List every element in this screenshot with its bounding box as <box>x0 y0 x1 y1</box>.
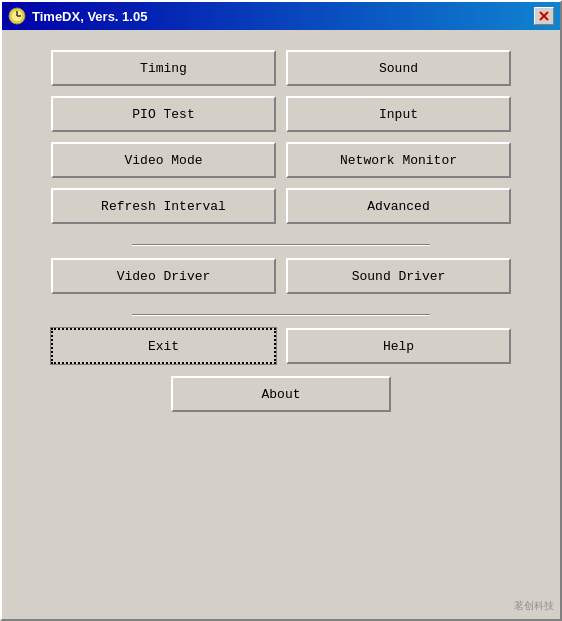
close-button[interactable] <box>534 7 554 25</box>
exit-button[interactable]: Exit <box>51 328 276 364</box>
bottom-button-grid: Exit Help <box>51 328 511 364</box>
watermark: 茗创科技 <box>514 599 554 613</box>
pio-test-button[interactable]: PIO Test <box>51 96 276 132</box>
title-buttons <box>534 7 554 25</box>
close-icon <box>538 10 550 22</box>
about-button[interactable]: About <box>171 376 392 412</box>
title-bar: TimeDX, Vers. 1.05 <box>2 2 560 30</box>
separator-1 <box>132 244 431 246</box>
input-button[interactable]: Input <box>286 96 511 132</box>
video-driver-button[interactable]: Video Driver <box>51 258 276 294</box>
refresh-interval-button[interactable]: Refresh Interval <box>51 188 276 224</box>
video-mode-button[interactable]: Video Mode <box>51 142 276 178</box>
driver-button-grid: Video Driver Sound Driver <box>51 258 511 294</box>
sound-button[interactable]: Sound <box>286 50 511 86</box>
network-monitor-button[interactable]: Network Monitor <box>286 142 511 178</box>
separator-2 <box>132 314 431 316</box>
timing-button[interactable]: Timing <box>51 50 276 86</box>
advanced-button[interactable]: Advanced <box>286 188 511 224</box>
app-icon <box>8 7 26 25</box>
title-bar-left: TimeDX, Vers. 1.05 <box>8 7 147 25</box>
help-button[interactable]: Help <box>286 328 511 364</box>
main-button-grid: Timing Sound PIO Test Input Video Mode N… <box>51 50 511 224</box>
content-area: Timing Sound PIO Test Input Video Mode N… <box>2 30 560 619</box>
sound-driver-button[interactable]: Sound Driver <box>286 258 511 294</box>
about-row: About <box>51 376 511 412</box>
window-title: TimeDX, Vers. 1.05 <box>32 9 147 24</box>
main-window: TimeDX, Vers. 1.05 Timing Sound PIO Test… <box>0 0 562 621</box>
